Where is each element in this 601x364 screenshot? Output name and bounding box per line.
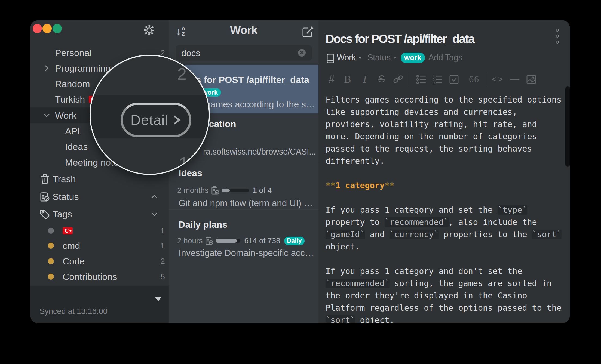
more-menu-icon[interactable] — [556, 29, 559, 47]
note-body-line: object. — [326, 240, 562, 253]
toolbar-separator — [409, 74, 409, 85]
traffic-zoom-button[interactable] — [53, 24, 62, 33]
note-item-title: Daily plans — [179, 219, 228, 230]
notebook-selector[interactable]: Work — [337, 53, 356, 63]
detail-button-label: Detail — [131, 112, 168, 128]
note-item-title: Ideas — [179, 168, 202, 178]
sidebar-footer: Synced at 13:16:00 — [30, 286, 169, 323]
editor-panel: Docs for POST /api/filter_data Work Stat… — [318, 20, 570, 323]
note-body-line: `recommended` sorting, the games are sor… — [326, 277, 562, 289]
note-item-preview: Git and npm flow (term and UI) vs co... — [179, 198, 315, 208]
numbered-list-icon[interactable]: 123 — [430, 73, 446, 86]
inline-code: `sort` — [326, 315, 355, 323]
note-list-divider — [169, 162, 318, 162]
turkey-flag-icon: ★ — [63, 227, 73, 234]
inline-code: `type` — [498, 205, 527, 215]
tag-color-dot — [48, 228, 54, 234]
sidebar-item-count: 5 — [161, 272, 165, 281]
note-list-panel: ↓AZ Work docs ✕ Docs for POST /api/filte… — [169, 20, 318, 323]
notebook-caret-icon — [358, 57, 362, 59]
todo-progress-icon — [205, 236, 213, 245]
svg-text:3: 3 — [433, 81, 435, 85]
quote-icon[interactable]: 66 — [466, 73, 482, 86]
note-body-line: `sort` object. — [326, 314, 562, 323]
search-input[interactable]: docs ✕ — [176, 45, 312, 61]
note-body-line: **1 category** — [326, 179, 562, 192]
checkbox-icon[interactable] — [446, 73, 462, 86]
sidebar-item-label: Personal — [55, 48, 91, 58]
note-body-line: Platform regardless of the options passe… — [326, 302, 562, 314]
sidebar-item-count: 1 — [161, 241, 165, 250]
note-tag-pill[interactable]: work — [401, 53, 425, 63]
sidebar-item-tag-turkey[interactable]: ★1 — [30, 223, 169, 239]
note-body-line: property to `recommended`, also include … — [326, 216, 562, 228]
note-item-meta: 2 hours614 of 738Daily — [177, 236, 305, 246]
traffic-minimize-button[interactable] — [42, 24, 52, 33]
sidebar-item-label: Turkish — [55, 94, 85, 105]
chevron-down-icon[interactable] — [43, 112, 50, 119]
note-item-meta: 2 months1 of 4 — [177, 186, 272, 195]
hr-icon[interactable]: — — [506, 73, 523, 86]
note-body-line — [326, 253, 562, 265]
link-icon[interactable] — [390, 73, 406, 86]
search-clear-icon[interactable]: ✕ — [298, 49, 306, 57]
sidebar-item-count: 2 — [161, 257, 165, 266]
note-body-line: `gameId` and `currency` properties to th… — [326, 228, 562, 240]
status-icon — [39, 191, 50, 202]
sidebar-item-label: Trash — [53, 174, 76, 184]
note-body-line: If you pass 1 category and set the `type… — [326, 204, 562, 216]
sidebar-item-tag-code[interactable]: Code2 — [30, 253, 169, 269]
bullet-list-icon[interactable] — [413, 73, 430, 86]
compose-icon[interactable] — [302, 26, 314, 39]
code-icon[interactable]: <> — [490, 73, 506, 86]
sidebar-item-label: Programming — [55, 63, 111, 74]
status-caret-icon — [393, 57, 397, 59]
italic-icon[interactable]: I — [357, 73, 373, 86]
note-body[interactable]: Filters games according to the specified… — [326, 94, 562, 323]
magnified-count-top: 2 — [177, 66, 186, 82]
hash-icon[interactable]: # — [323, 73, 340, 86]
magnifier-circle: 2 Detail 1 — [90, 55, 210, 175]
note-item-age: 2 months — [177, 186, 208, 195]
section-collapse-icon[interactable] — [150, 193, 158, 201]
note-list-item-4[interactable]: Daily plans2 hours614 of 738DailyInvesti… — [169, 209, 318, 258]
chevron-right-icon[interactable] — [43, 64, 50, 72]
note-meta-row: Work Status work Add Tags — [326, 51, 462, 64]
note-body-line — [326, 167, 562, 179]
sidebar-item-tag-contributions[interactable]: Contributions5 — [30, 269, 169, 285]
bold-icon[interactable]: B — [339, 73, 356, 86]
tag-color-dot — [48, 274, 54, 280]
inline-code: `recommended` — [385, 217, 449, 227]
trash-icon — [39, 174, 50, 184]
sidebar-item-tag-cmd[interactable]: cmd1 — [30, 238, 169, 254]
search-value: docs — [181, 48, 200, 58]
note-title: Docs for POST /api/filter_data — [326, 32, 474, 46]
section-expand-icon[interactable] — [150, 210, 158, 218]
editor-scrollbar[interactable] — [565, 86, 570, 167]
add-tags-button[interactable]: Add Tags — [428, 53, 462, 63]
note-body-line: providers, volatility rating, hit rate, … — [326, 118, 562, 130]
note-item-age: 2 hours — [177, 236, 203, 245]
note-body-line — [326, 192, 562, 204]
sidebar-item-count: 1 — [161, 226, 165, 235]
sidebar-item-label: Tags — [53, 209, 72, 220]
status-selector[interactable]: Status — [367, 53, 391, 63]
settings-gear-icon[interactable] — [143, 24, 155, 36]
footer-dropdown-icon[interactable] — [155, 297, 161, 301]
sidebar-item-tags[interactable]: Tags — [30, 206, 169, 222]
image-icon[interactable] — [523, 73, 539, 86]
note-body-line: If you pass 1 category and don't set the — [326, 265, 562, 277]
sidebar-item-label: Random — [55, 79, 90, 89]
note-body-line: the order they're displayed in the Casin… — [326, 289, 562, 302]
strike-icon[interactable]: S — [373, 73, 390, 86]
note-list-item-3[interactable]: Ideas2 months1 of 4Git and npm flow (ter… — [169, 162, 318, 209]
note-body-line: like supporting devices and currencies, — [326, 106, 562, 118]
detail-button[interactable]: Detail — [121, 103, 191, 137]
notebook-icon — [326, 54, 333, 62]
note-body-line: Filters games according to the specified… — [326, 94, 562, 106]
sidebar-item-label: cmd — [63, 240, 80, 251]
sync-status: Synced at 13:16:00 — [39, 307, 108, 316]
note-body-line: differently. — [326, 155, 562, 167]
sidebar-item-status[interactable]: Status — [30, 189, 169, 205]
traffic-close-button[interactable] — [33, 24, 42, 33]
